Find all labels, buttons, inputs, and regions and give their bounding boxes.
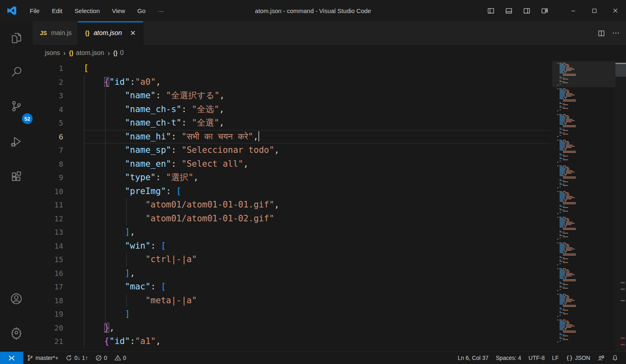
code-line[interactable]: "type": "選択", xyxy=(84,171,552,185)
code-token: [ xyxy=(161,241,166,251)
status-notifications[interactable] xyxy=(608,352,622,364)
code-line[interactable]: "name": "全選択する", xyxy=(84,89,552,103)
line-number[interactable]: 1 xyxy=(33,62,63,75)
status-errors[interactable]: 0 xyxy=(92,352,111,364)
line-number[interactable]: 7 xyxy=(33,143,63,157)
code-line[interactable]: "name_hi": "सभी का चयन करे", xyxy=(84,130,552,144)
menu-more[interactable]: ··· xyxy=(152,5,169,17)
code-line[interactable]: {"id":"a0", xyxy=(84,75,552,89)
code-line[interactable]: [ xyxy=(84,62,552,75)
line-number[interactable]: 21 xyxy=(33,335,63,349)
status-language-mode[interactable]: {}JSON xyxy=(562,352,594,364)
code-token: "ctrl|-|a" xyxy=(145,254,197,264)
line-number[interactable]: 14 xyxy=(33,239,63,253)
line-number[interactable]: 6 xyxy=(33,130,63,144)
line-number[interactable]: 15 xyxy=(33,253,63,267)
menu-selection[interactable]: Selection xyxy=(69,5,105,17)
code-line[interactable]: {"id":"a1", xyxy=(84,335,552,349)
line-number[interactable]: 4 xyxy=(33,103,63,117)
code-token: "name_en" xyxy=(125,159,171,169)
status-label: JSON xyxy=(575,355,590,361)
line-number[interactable]: 11 xyxy=(33,198,63,212)
more-actions-icon[interactable]: ⋯ xyxy=(612,29,620,38)
menu-file[interactable]: File xyxy=(24,5,45,17)
line-number[interactable]: 19 xyxy=(33,307,63,321)
status-cursor-position[interactable]: Ln 6, Col 37 xyxy=(454,352,492,364)
code-line[interactable]: "name_ch-t": "全選", xyxy=(84,116,552,130)
code-line[interactable]: ] xyxy=(84,307,552,321)
source-control-icon[interactable]: 52 xyxy=(7,96,26,116)
line-number[interactable]: 18 xyxy=(33,294,63,308)
minimap-viewport[interactable] xyxy=(552,61,615,87)
breadcrumb-item[interactable]: jsons xyxy=(45,49,60,57)
close-tab-icon[interactable]: ✕ xyxy=(128,28,137,38)
code-line[interactable]: "mac": [ xyxy=(84,280,552,294)
code-line[interactable]: "ctrl|-|a" xyxy=(84,253,552,267)
code-token: ] xyxy=(125,268,130,278)
vertical-scrollbar[interactable] xyxy=(615,61,626,351)
account-icon[interactable] xyxy=(7,289,26,309)
status-encoding[interactable]: UTF-8 xyxy=(525,352,549,364)
breadcrumb-item[interactable]: {}0 xyxy=(113,49,124,57)
menu-go[interactable]: Go xyxy=(132,5,151,17)
breadcrumb-item[interactable]: {}atom.json xyxy=(69,49,104,57)
code-token xyxy=(84,282,125,291)
scrollbar-thumb[interactable] xyxy=(615,63,626,77)
code-token: "全选" xyxy=(192,104,219,114)
line-number[interactable]: 8 xyxy=(33,157,63,171)
line-number[interactable]: 10 xyxy=(33,185,63,199)
line-number[interactable]: 9 xyxy=(33,171,63,185)
line-number-gutter[interactable]: 123456789101112131415161718192021 xyxy=(33,61,84,351)
menu-view[interactable]: View xyxy=(107,5,130,17)
code-line[interactable]: "win": [ xyxy=(84,239,552,253)
run-and-debug-icon[interactable] xyxy=(7,132,26,151)
line-number[interactable]: 12 xyxy=(33,212,63,226)
status-feedback[interactable] xyxy=(594,352,608,364)
menu-edit[interactable]: Edit xyxy=(46,5,68,17)
tab-atom-json[interactable]: {}atom.json✕ xyxy=(78,21,144,45)
search-icon[interactable] xyxy=(7,62,26,82)
status-label: 0 xyxy=(123,355,126,361)
toggle-sidebar-icon[interactable] xyxy=(482,0,500,21)
line-number[interactable]: 2 xyxy=(33,75,63,89)
minimap[interactable] xyxy=(552,61,615,351)
toggle-panel-icon[interactable] xyxy=(500,0,518,21)
minimize-button[interactable] xyxy=(562,0,584,21)
code-line[interactable]: "atom01/atom01-01-02.gif" xyxy=(84,212,552,226)
status-eol[interactable]: LF xyxy=(548,352,562,364)
status-indentation[interactable]: Spaces: 4 xyxy=(492,352,525,364)
code-line[interactable]: ], xyxy=(84,267,552,280)
line-number[interactable]: 16 xyxy=(33,267,63,280)
status-branch[interactable]: master*+ xyxy=(23,352,62,364)
code-line[interactable]: }, xyxy=(84,321,552,335)
code-line[interactable]: "preImg": [ xyxy=(84,185,552,199)
line-number[interactable]: 5 xyxy=(33,116,63,130)
explorer-icon[interactable] xyxy=(7,28,26,48)
code-line[interactable]: ], xyxy=(84,225,552,239)
code-token xyxy=(84,268,125,278)
close-button[interactable] xyxy=(605,0,626,21)
code-token: "Select all" xyxy=(181,159,243,169)
toggle-secondary-sidebar-icon[interactable] xyxy=(518,0,536,21)
code-line[interactable]: "meta|-|a" xyxy=(84,294,552,308)
code-area[interactable]: [ {"id":"a0", "name": "全選択する", "name_ch-… xyxy=(84,61,552,351)
line-number[interactable]: 17 xyxy=(33,280,63,294)
code-line[interactable]: "atom01/atom01-01-01.gif", xyxy=(84,198,552,212)
line-number[interactable]: 20 xyxy=(33,321,63,335)
status-remote[interactable] xyxy=(0,352,23,364)
maximize-button[interactable] xyxy=(584,0,605,21)
code-line[interactable]: "name_sp": "Seleccionar todo", xyxy=(84,143,552,157)
extensions-icon[interactable] xyxy=(7,167,26,186)
customize-layout-icon[interactable] xyxy=(536,0,553,21)
tab-main-js[interactable]: JSmain.js xyxy=(33,21,78,45)
split-editor-icon[interactable] xyxy=(598,30,605,37)
status-sync[interactable]: 0↓ 1↑ xyxy=(62,352,91,364)
line-number[interactable]: 3 xyxy=(33,89,63,103)
code-line[interactable]: "name_ch-s": "全选", xyxy=(84,103,552,117)
code-token: [ xyxy=(84,63,89,73)
code-line[interactable]: "name_en": "Select all", xyxy=(84,157,552,171)
error-icon xyxy=(95,355,102,361)
settings-icon[interactable] xyxy=(7,323,26,342)
line-number[interactable]: 13 xyxy=(33,225,63,239)
status-warnings[interactable]: 0 xyxy=(111,352,130,364)
